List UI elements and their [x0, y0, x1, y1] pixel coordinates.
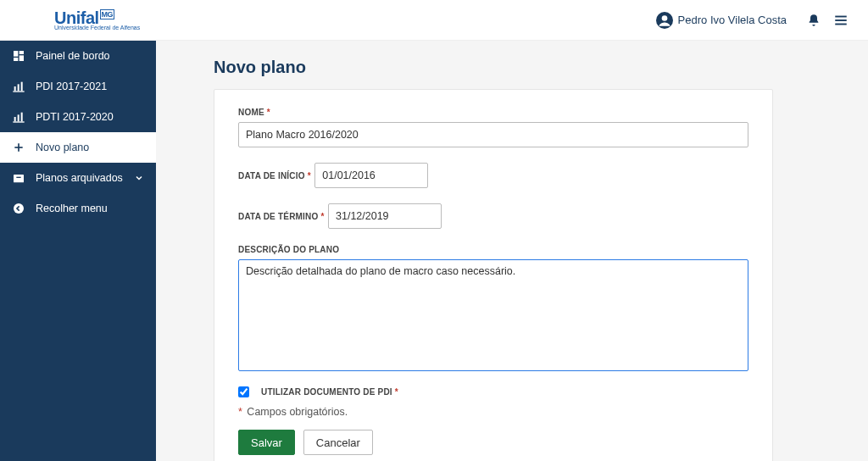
data-inicio-input[interactable] — [314, 163, 428, 188]
sidebar-item-label: Planos arquivados — [36, 172, 123, 184]
user-menu[interactable]: Pedro Ivo Vilela Costa — [656, 12, 787, 29]
svg-rect-12 — [13, 91, 24, 92]
svg-rect-6 — [19, 51, 24, 54]
svg-rect-14 — [18, 114, 19, 121]
logo[interactable]: UnifalMG Universidade Federal de Alfenas — [54, 9, 140, 31]
logo-badge: MG — [100, 9, 115, 19]
nome-input[interactable] — [238, 122, 748, 147]
notifications-button[interactable] — [800, 7, 827, 34]
cancel-button[interactable]: Cancelar — [303, 430, 373, 455]
svg-rect-10 — [18, 84, 19, 91]
logo-subtext: Universidade Federal de Alfenas — [54, 25, 140, 31]
archive-icon — [12, 171, 25, 185]
sidebar-item-recolher[interactable]: Recolher menu — [0, 193, 156, 224]
svg-rect-13 — [14, 117, 16, 121]
svg-rect-19 — [14, 175, 24, 182]
utilizar-pdi-label: UTILIZAR DOCUMENTO DE PDI * — [261, 387, 398, 397]
sidebar-item-arquivados[interactable]: Planos arquivados — [0, 163, 156, 193]
page-title: Novo plano — [214, 58, 834, 77]
app-header: UnifalMG Universidade Federal de Alfenas… — [0, 0, 868, 41]
sidebar-item-label: Recolher menu — [36, 203, 108, 214]
svg-point-1 — [661, 15, 667, 21]
sidebar-item-novo-plano[interactable]: Novo plano — [0, 132, 156, 163]
nome-label: NOME * — [238, 108, 270, 117]
chevron-down-icon — [134, 173, 144, 183]
descricao-label: DESCRIÇÃO DO PLANO — [238, 245, 339, 254]
sidebar-item-label: PDTI 2017-2020 — [36, 111, 114, 123]
user-name: Pedro Ivo Vilela Costa — [678, 14, 787, 26]
svg-rect-8 — [14, 58, 18, 61]
sidebar-item-label: Painel de bordo — [36, 50, 110, 62]
sidebar-item-pdi[interactable]: PDI 2017-2021 — [0, 71, 156, 102]
svg-rect-9 — [14, 86, 16, 91]
sidebar-item-label: Novo plano — [36, 142, 89, 153]
user-avatar-icon — [656, 12, 673, 29]
svg-rect-5 — [14, 51, 18, 57]
svg-rect-11 — [21, 82, 23, 92]
menu-icon — [833, 13, 849, 28]
chart-bar-icon — [12, 110, 25, 124]
sidebar: Painel de bordo PDI 2017-2021 PDTI 2017-… — [0, 41, 156, 461]
sidebar-item-painel[interactable]: Painel de bordo — [0, 41, 156, 71]
data-termino-input[interactable] — [328, 203, 442, 229]
main-content: Novo plano NOME * DATA DE INÍCIO * DATA … — [156, 41, 868, 461]
sidebar-item-pdti[interactable]: PDTI 2017-2020 — [0, 102, 156, 132]
mandatory-note: * Campos obrigatórios. — [238, 406, 748, 418]
save-button[interactable]: Salvar — [238, 430, 295, 455]
data-inicio-label: DATA DE INÍCIO * — [238, 171, 311, 181]
svg-rect-7 — [19, 55, 24, 61]
svg-rect-20 — [16, 177, 20, 178]
form-card: NOME * DATA DE INÍCIO * DATA DE TÉRMINO … — [214, 89, 773, 461]
chart-bar-icon — [12, 80, 25, 93]
dashboard-icon — [12, 49, 25, 63]
svg-point-21 — [14, 203, 24, 214]
data-termino-label: DATA DE TÉRMINO * — [238, 212, 325, 221]
svg-rect-15 — [21, 113, 23, 122]
utilizar-pdi-checkbox[interactable] — [238, 386, 249, 397]
bell-icon — [807, 14, 821, 27]
collapse-icon — [12, 202, 25, 215]
plus-icon — [12, 141, 25, 154]
sidebar-item-label: PDI 2017-2021 — [36, 81, 107, 92]
svg-rect-16 — [13, 121, 24, 122]
descricao-textarea[interactable] — [238, 259, 748, 371]
hamburger-menu-button[interactable] — [827, 7, 854, 34]
